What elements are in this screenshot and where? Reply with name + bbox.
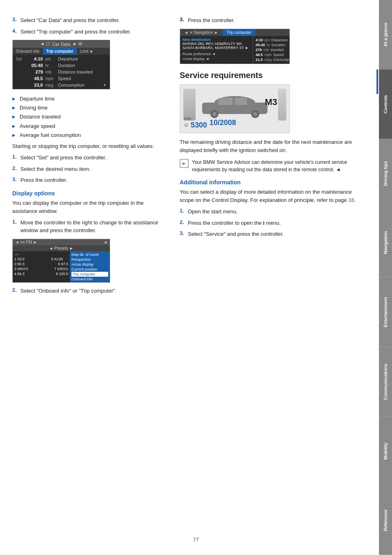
- service-para: The remaining driving distance and the d…: [180, 138, 366, 154]
- fm-set-label: set: [14, 253, 19, 256]
- svg-point-5: [212, 112, 216, 116]
- sidebar-item-navigation[interactable]: Navigation: [379, 208, 392, 278]
- display-step-1-num: 1.: [12, 219, 18, 225]
- car-data-arrow: ► ⚙: [73, 41, 82, 47]
- car-data-screenshot: ◄ ☐ Car Data ► ⚙ Onboard info Trip compu…: [12, 40, 110, 90]
- nav-departure-label: Departure: [272, 38, 288, 42]
- page-number: 77: [193, 537, 199, 543]
- display-options-para: You can display the computer or the trip…: [12, 199, 167, 215]
- bullet-departure: ▶ Departure time: [12, 95, 167, 103]
- fm-menu-arrow: Arrow display: [71, 262, 108, 267]
- nav-tab-trip-computer: Trip computer: [222, 29, 255, 36]
- reset-step-3-text: Press the controller.: [20, 176, 167, 184]
- m3-mileage-val: 5300: [191, 121, 207, 130]
- bullet-text-2: Driving time: [20, 104, 48, 112]
- consumption-label: Consumption: [58, 83, 85, 87]
- note-text: Your BMW Service Advisor can determine y…: [192, 159, 366, 173]
- duration-unit: hr: [45, 63, 56, 68]
- speed-unit: mph: [45, 76, 56, 81]
- left-column: 3. Select "Car Data" and press the contr…: [12, 16, 167, 298]
- reset-step-2-num: 2.: [12, 165, 18, 171]
- bullet-arrow-2: ▶: [12, 105, 17, 111]
- sidebar-item-mobility[interactable]: Mobility: [379, 416, 392, 486]
- display-options-heading: Display options: [12, 190, 167, 197]
- svg-rect-3: [235, 98, 247, 105]
- car-data-row-speed: 48,5 mph Speed: [13, 75, 110, 82]
- car-data-row-duration: 05:40 hr Duration: [13, 62, 110, 69]
- car-data-header: ◄ ☐ Car Data ► ⚙: [13, 40, 110, 48]
- service-requirements-heading: Service requirements: [180, 71, 366, 80]
- fm-header: ◄ ≡≡ FM ► ◄: [13, 239, 110, 245]
- departure-val: 4:10: [29, 56, 43, 61]
- reset-step-1-text: Select "Set" and press the controller.: [20, 154, 167, 162]
- add-step-2: 2. Press the controller to open the i me…: [180, 219, 366, 227]
- nav-row-traveled: 279 mls traveled: [256, 47, 287, 52]
- sidebar-tabs: At a glance Controls Driving tips Naviga…: [379, 0, 392, 555]
- sidebar-item-driving[interactable]: Driving tips: [379, 139, 392, 208]
- right-column: 3. Press the controller. ◄ ✕ Navigation …: [180, 16, 366, 298]
- add-step-3-text: Select "Service" and press the controlle…: [188, 230, 366, 238]
- fm-row-1: 1 03.5 5 KL05 0: [14, 257, 68, 262]
- sidebar-item-reference[interactable]: Reference: [379, 486, 392, 555]
- reset-step-3: 3. Press the controller.: [12, 176, 167, 184]
- m3-screenshot: M3 mls ⊙ 5300 10/2008: [180, 84, 290, 133]
- bullet-arrow-5: ▶: [12, 132, 17, 138]
- distance-val: 279: [29, 69, 43, 74]
- sidebar-item-controls[interactable]: Controls: [379, 69, 392, 139]
- speed-label: Speed: [58, 76, 71, 81]
- nav-consumption-val: 21.0: [256, 58, 263, 62]
- nav-row-speed: 48.5 mph Speed: [256, 52, 287, 57]
- fm-val-2: 2:90.3: [14, 262, 24, 266]
- nav-tab-navigation: ◄ ✕ Navigation ►: [180, 29, 222, 36]
- reset-steps: 1. Select "Set" and press the controller…: [12, 154, 167, 184]
- car-data-row-consumption: 23,0 mpg Consumption ▼: [13, 82, 110, 88]
- fm-badge-1: 0: [66, 257, 68, 261]
- bullet-fuel: ▶ Average fuel consumption: [12, 132, 167, 139]
- car-icon: ◄ ☐: [40, 41, 50, 47]
- nav-duration-val: 05:40: [256, 43, 265, 47]
- fm-row-3: 3 WNYC 7 KROO: [14, 266, 68, 271]
- consumption-val: 23,0: [29, 83, 43, 87]
- svg-rect-2: [218, 98, 233, 105]
- duration-label: Duration: [58, 63, 75, 68]
- bullet-arrow-1: ▶: [12, 96, 17, 102]
- nav-consumption-label: Consump.: [273, 58, 290, 62]
- reset-step-1-num: 1.: [12, 154, 18, 160]
- car-data-row-set: Set 4:10 pm Departure: [13, 56, 110, 62]
- reset-step-3-num: 3.: [12, 176, 18, 182]
- nav-speed-label: Speed: [273, 53, 284, 57]
- fm-menu-current: Current position: [71, 267, 108, 272]
- main-content: 3. Select "Car Data" and press the contr…: [0, 0, 378, 314]
- bullet-driving: ▶ Driving time: [12, 104, 167, 112]
- step-2-fm-num: 2.: [12, 287, 18, 293]
- nav-destination-label: New destination: [183, 38, 250, 42]
- m3-mls-label: mls ⊙ 5300: [184, 116, 207, 130]
- departure-unit: pm: [45, 57, 56, 61]
- nav-speed-unit: mph: [265, 53, 272, 57]
- nav-traveled-label: traveled: [271, 48, 284, 52]
- note-icon: ▶: [180, 159, 189, 168]
- sidebar-item-at-glance[interactable]: At a glance: [379, 0, 392, 69]
- right-step-3: 3. Press the controller.: [180, 16, 366, 25]
- nav-right-panel: 4:10 pm Departure 05:40 hr Duration 279 …: [253, 36, 290, 64]
- page-link[interactable]: 16: [348, 197, 354, 203]
- add-step-1-text: Open the start menu.: [188, 208, 366, 216]
- distance-unit: mls: [45, 70, 56, 74]
- step-2-fm-text: Select "Onboard info" or "Trip computer"…: [20, 287, 167, 295]
- sidebar-item-communications[interactable]: Communications: [379, 347, 392, 416]
- fm-val-5: 5 KL05: [51, 257, 63, 261]
- m3-date-val: 10/2008: [209, 119, 236, 127]
- right-step-3-num: 3.: [180, 16, 185, 22]
- m3-mls-text: mls: [184, 116, 207, 121]
- car-data-row-distance: 279 mls Distance traveled: [13, 69, 110, 75]
- add-step-2-text: Press the controller to open the i menu.: [188, 219, 366, 227]
- display-step-1: 1. Move the controller to the right to c…: [12, 219, 167, 235]
- fm-menu-onboard: Onboard info: [71, 277, 108, 282]
- sidebar-item-entertainment[interactable]: Entertainment: [379, 278, 392, 347]
- nav-header: ◄ ✕ Navigation ► Trip computer: [180, 29, 290, 36]
- bullet-text-1: Departure time: [20, 95, 55, 103]
- bullet-arrow-3: ▶: [12, 114, 17, 120]
- nav-screenshot: ◄ ✕ Navigation ► Trip computer New desti…: [180, 29, 290, 64]
- add-step-1-num: 1.: [180, 208, 185, 214]
- nav-traveled-val: 279: [256, 48, 262, 52]
